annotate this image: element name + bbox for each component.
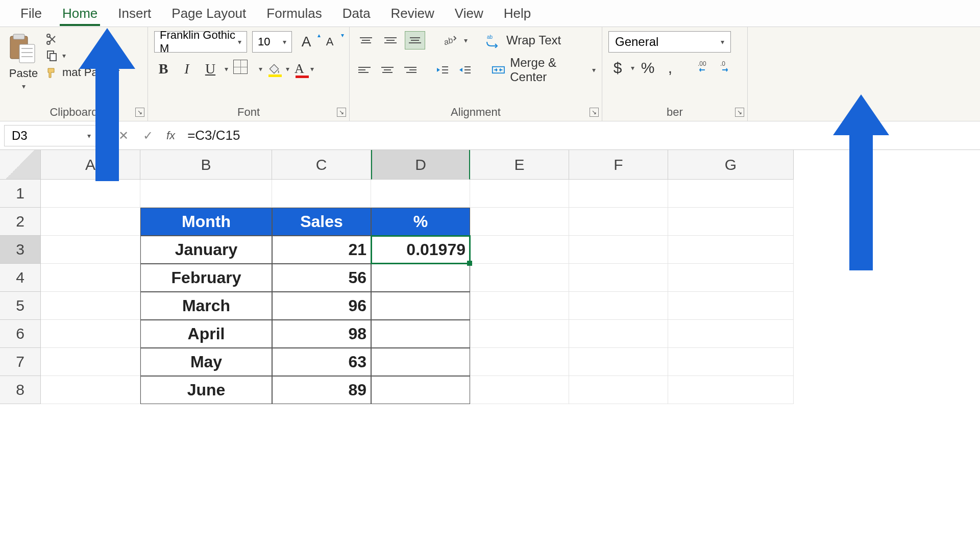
formula-enter-button[interactable]: ✓ [139, 129, 157, 143]
fontcolor-dropdown-icon[interactable]: ▾ [310, 65, 314, 73]
cell-B7[interactable]: May [140, 348, 272, 376]
cell-A4[interactable] [41, 264, 140, 292]
clipboard-launcher-icon[interactable]: ↘ [135, 108, 144, 117]
cell-A3[interactable] [41, 236, 140, 264]
cell-C3[interactable]: 21 [272, 236, 371, 264]
tab-file[interactable]: File [10, 2, 52, 26]
row-header-7[interactable]: 7 [0, 348, 41, 376]
accounting-dropdown-icon[interactable]: ▾ [631, 64, 634, 72]
align-bottom-button[interactable] [405, 31, 425, 49]
number-launcher-icon[interactable]: ↘ [735, 108, 744, 117]
align-middle-button[interactable] [380, 31, 401, 49]
decrease-indent-button[interactable] [433, 61, 451, 79]
borders-dropdown-icon[interactable]: ▾ [259, 65, 262, 73]
cell-D2[interactable]: % [371, 208, 470, 236]
cell-D7[interactable] [371, 348, 470, 376]
cell-G8[interactable] [668, 376, 794, 404]
cell-C1[interactable] [272, 180, 371, 208]
comma-format-button[interactable]: , [661, 59, 679, 77]
cell-G5[interactable] [668, 292, 794, 320]
cell-C7[interactable]: 63 [272, 348, 371, 376]
cell-F5[interactable] [569, 292, 668, 320]
tab-insert[interactable]: Insert [108, 2, 161, 26]
cell-F2[interactable] [569, 208, 668, 236]
copy-dropdown-icon[interactable]: ▾ [62, 52, 66, 60]
cell-G2[interactable] [668, 208, 794, 236]
cell-E1[interactable] [470, 180, 569, 208]
cell-D8[interactable] [371, 376, 470, 404]
wrap-text-button[interactable]: ab Wrap Text [486, 33, 561, 48]
cell-F1[interactable] [569, 180, 668, 208]
row-header-5[interactable]: 5 [0, 292, 41, 320]
alignment-launcher-icon[interactable]: ↘ [590, 108, 599, 117]
cell-C2[interactable]: Sales [272, 208, 371, 236]
cell-C4[interactable]: 56 [272, 264, 371, 292]
bold-button[interactable]: B [154, 60, 173, 78]
font-name-select[interactable]: Franklin Gothic M ▾ [154, 31, 247, 53]
paste-dropdown-icon[interactable]: ▾ [22, 82, 26, 90]
cell-E5[interactable] [470, 292, 569, 320]
cell-D6[interactable] [371, 320, 470, 348]
font-size-select[interactable]: 10 ▾ [252, 31, 292, 53]
align-center-button[interactable] [378, 61, 397, 79]
cell-B6[interactable]: April [140, 320, 272, 348]
row-header-6[interactable]: 6 [0, 320, 41, 348]
align-top-button[interactable] [356, 31, 376, 49]
cell-E4[interactable] [470, 264, 569, 292]
col-header-E[interactable]: E [470, 150, 569, 180]
cell-E7[interactable] [470, 348, 569, 376]
cell-F3[interactable] [569, 236, 668, 264]
merge-dropdown-icon[interactable]: ▾ [592, 66, 596, 74]
cell-F6[interactable] [569, 320, 668, 348]
increase-indent-button[interactable] [455, 61, 474, 79]
cell-G7[interactable] [668, 348, 794, 376]
row-header-8[interactable]: 8 [0, 376, 41, 404]
cell-G1[interactable] [668, 180, 794, 208]
col-header-G[interactable]: G [668, 150, 794, 180]
col-header-F[interactable]: F [569, 150, 668, 180]
decrease-decimal-button[interactable]: .0 [719, 59, 738, 77]
cell-B1[interactable] [140, 180, 272, 208]
borders-button[interactable] [233, 60, 254, 78]
tab-review[interactable]: Review [381, 2, 445, 26]
cell-F7[interactable] [569, 348, 668, 376]
cell-D3[interactable]: 0.01979 [371, 236, 470, 264]
cell-E2[interactable] [470, 208, 569, 236]
cell-G3[interactable] [668, 236, 794, 264]
underline-dropdown-icon[interactable]: ▾ [225, 65, 228, 73]
fx-icon[interactable]: fx [166, 129, 175, 142]
font-color-button[interactable]: A [295, 61, 305, 77]
cell-G6[interactable] [668, 320, 794, 348]
tab-view[interactable]: View [445, 2, 494, 26]
cell-A2[interactable] [41, 208, 140, 236]
cell-A8[interactable] [41, 376, 140, 404]
accounting-format-button[interactable]: $ [608, 59, 627, 77]
cell-F8[interactable] [569, 376, 668, 404]
cell-A1[interactable] [41, 180, 140, 208]
cell-B5[interactable]: March [140, 292, 272, 320]
tab-help[interactable]: Help [494, 2, 541, 26]
row-header-1[interactable]: 1 [0, 180, 41, 208]
cell-C6[interactable]: 98 [272, 320, 371, 348]
cell-E3[interactable] [470, 236, 569, 264]
increase-decimal-button[interactable]: .00 [697, 59, 715, 77]
align-left-button[interactable] [356, 61, 374, 79]
merge-center-button[interactable]: Merge & Center ▾ [492, 56, 596, 84]
cell-B2[interactable]: Month [140, 208, 272, 236]
percent-format-button[interactable]: % [639, 59, 657, 77]
paste-button[interactable]: Paste ▾ [6, 31, 41, 92]
row-header-2[interactable]: 2 [0, 208, 41, 236]
cell-G4[interactable] [668, 264, 794, 292]
row-header-4[interactable]: 4 [0, 264, 41, 292]
number-format-select[interactable]: General ▾ [608, 31, 731, 53]
cell-B4[interactable]: February [140, 264, 272, 292]
align-right-button[interactable] [401, 61, 419, 79]
font-launcher-icon[interactable]: ↘ [337, 108, 346, 117]
col-header-D[interactable]: D [371, 150, 470, 180]
cell-D1[interactable] [371, 180, 470, 208]
tab-formulas[interactable]: Formulas [256, 2, 332, 26]
cell-D5[interactable] [371, 292, 470, 320]
row-header-3[interactable]: 3 [0, 236, 41, 264]
cell-C5[interactable]: 96 [272, 292, 371, 320]
cell-B8[interactable]: June [140, 376, 272, 404]
